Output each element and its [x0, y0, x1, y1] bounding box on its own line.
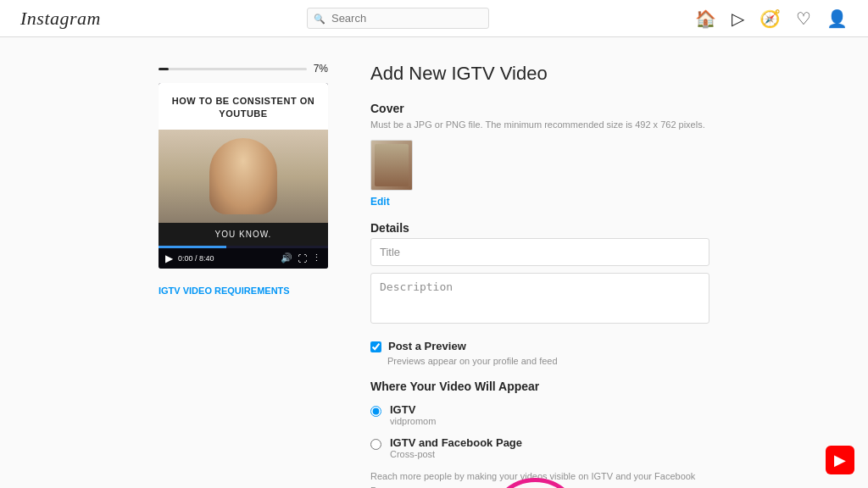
cover-section: Cover Must be a JPG or PNG file. The min… [370, 102, 709, 208]
progress-bar-wrap: 7% [159, 63, 328, 75]
search-input[interactable] [307, 8, 489, 29]
video-controls: ▶ 0:00 / 8:40 🔊 ⛶ ⋮ [159, 248, 328, 269]
home-icon[interactable]: 🏠 [695, 8, 716, 29]
radio-igtv-sub: vidpromom [390, 416, 436, 426]
title-input[interactable] [370, 238, 709, 266]
appear-section: Where Your Video Will Appear IGTV vidpro… [370, 380, 709, 488]
search-wrap: 🔍 [307, 8, 489, 29]
description-input[interactable] [370, 273, 709, 324]
radio-fb-text: IGTV and Facebook Page Cross-post [390, 436, 522, 459]
page-title: Add New IGTV Video [370, 63, 709, 85]
radio-fb-label: IGTV and Facebook Page [390, 436, 522, 449]
details-label: Details [370, 221, 709, 235]
compass-icon[interactable]: 🧭 [760, 8, 781, 29]
post-preview-checkbox[interactable] [370, 341, 381, 352]
edit-cover-link[interactable]: Edit [370, 196, 709, 208]
video-thumbnail: HOW TO BE CONSISTENT ON YOUTUBE YOU KNOW… [159, 83, 328, 269]
form-panel: Add New IGTV Video Cover Must be a JPG o… [370, 63, 709, 488]
more-icon[interactable]: ⋮ [312, 252, 321, 263]
post-preview-hint: Previews appear on your profile and feed [387, 356, 709, 366]
progress-pct: 7% [314, 63, 328, 75]
logo: Instagram [20, 8, 101, 30]
fullscreen-icon[interactable]: ⛶ [298, 253, 307, 263]
nav-icons: 🏠 ▷ 🧭 ♡ 👤 [695, 8, 848, 29]
header: Instagram 🔍 🏠 ▷ 🧭 ♡ 👤 [0, 0, 868, 37]
details-section: Details [370, 221, 709, 326]
reach-hint: Reach more people by making your videos … [370, 469, 709, 488]
video-person [209, 138, 277, 214]
radio-fb-option: IGTV and Facebook Page Cross-post [370, 436, 709, 459]
search-icon: 🔍 [314, 13, 326, 24]
video-image-area [159, 130, 328, 223]
radio-fb[interactable] [370, 439, 381, 450]
radio-igtv-label: IGTV [390, 403, 436, 416]
radio-igtv-text: IGTV vidpromom [390, 403, 436, 426]
video-title-overlay: HOW TO BE CONSISTENT ON YOUTUBE [159, 83, 328, 130]
cover-hint: Must be a JPG or PNG file. The minimum r… [370, 119, 709, 131]
radio-fb-sub: Cross-post [390, 449, 522, 459]
radio-igtv-option: IGTV vidpromom [370, 403, 709, 426]
progress-bar-bg [159, 68, 307, 70]
page-wrap: 7% HOW TO BE CONSISTENT ON YOUTUBE YOU K… [0, 37, 868, 488]
video-panel: 7% HOW TO BE CONSISTENT ON YOUTUBE YOU K… [159, 63, 328, 488]
post-preview-row: Post a Preview [370, 340, 709, 352]
play-icon[interactable]: ▶ [165, 252, 173, 264]
video-time: 0:00 / 8:40 [178, 254, 275, 263]
heart-icon[interactable]: ♡ [796, 8, 811, 29]
igtv-requirements-link[interactable]: IGTV VIDEO REQUIREMENTS [159, 286, 328, 296]
volume-icon[interactable]: 🔊 [281, 252, 292, 263]
video-caption: YOU KNOW. [159, 223, 328, 246]
appear-title: Where Your Video Will Appear [370, 380, 709, 393]
cover-thumb-inner [375, 144, 409, 186]
explore-icon[interactable]: ▷ [732, 8, 744, 29]
cover-thumbnail [370, 140, 413, 191]
progress-bar-fill [159, 68, 169, 70]
cover-label: Cover [370, 102, 709, 115]
post-preview-section: Post a Preview Previews appear on your p… [370, 340, 709, 366]
radio-igtv[interactable] [370, 406, 381, 417]
post-preview-label: Post a Preview [388, 340, 466, 352]
youtube-button[interactable]: ▶ [826, 446, 854, 474]
user-avatar[interactable]: 👤 [826, 8, 848, 29]
